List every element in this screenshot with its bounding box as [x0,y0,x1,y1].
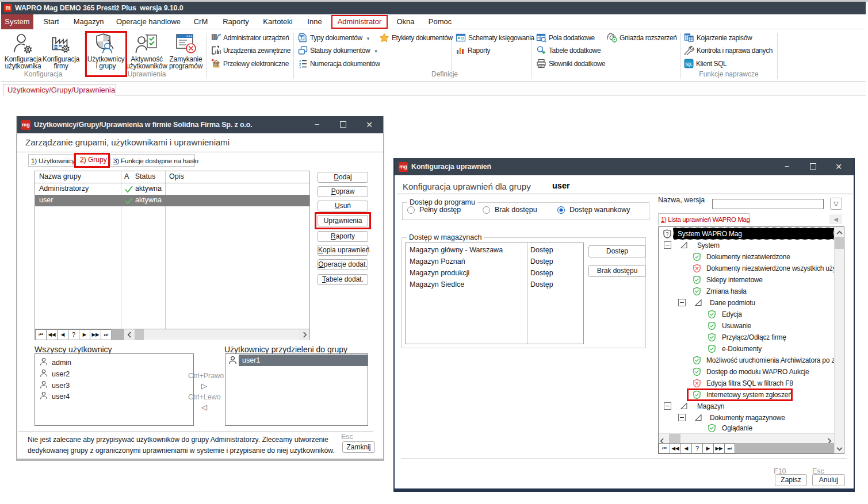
svg-text:?: ? [666,231,669,237]
svg-text:SQL: SQL [685,62,693,67]
svg-text:3: 3 [299,66,301,69]
